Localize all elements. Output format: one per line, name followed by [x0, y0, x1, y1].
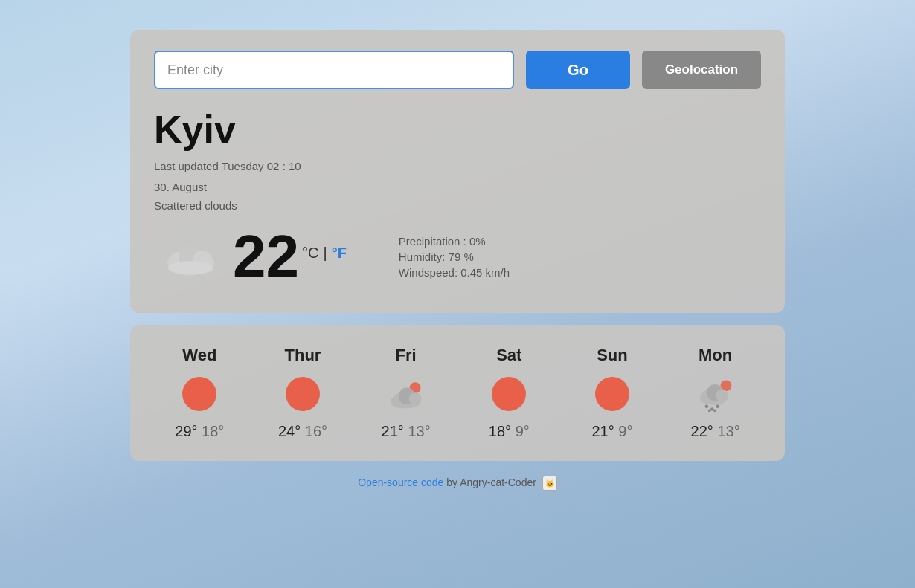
- forecast-high-sun: 21°: [591, 423, 614, 439]
- unit-fahrenheit[interactable]: °F: [332, 245, 347, 262]
- forecast-low-wed: 18°: [202, 423, 224, 439]
- forecast-low-mon: 13°: [717, 423, 739, 439]
- forecast-icon-sun: [592, 374, 632, 414]
- forecast-day-thur: Thur 24° 16°: [262, 346, 344, 440]
- forecast-day-sun: Sun 21° 9°: [571, 346, 653, 440]
- forecast-day-name-sun: Sun: [597, 346, 628, 365]
- forecast-high-mon: 22°: [691, 423, 713, 439]
- forecast-icon-sat: [489, 374, 529, 414]
- temperature-display: 22: [233, 227, 299, 286]
- forecast-card: Wed 29° 18° Thur 24° 16° Fri: [130, 325, 785, 461]
- forecast-day-mon: Mon: [675, 346, 757, 440]
- cloud-rain-svg-mon: [696, 375, 736, 413]
- unit-separator: |: [323, 245, 327, 262]
- forecast-day-sat: Sat 18° 9°: [468, 346, 550, 440]
- forecast-day-name-wed: Wed: [182, 346, 216, 365]
- svg-point-16: [710, 407, 714, 411]
- cloud-sun-svg-fri: [386, 377, 426, 411]
- sun-icon-sat: [492, 377, 526, 411]
- sun-icon-wed: [182, 377, 216, 411]
- search-row: Go Geolocation: [154, 51, 761, 89]
- forecast-day-name-sat: Sat: [496, 346, 521, 365]
- humidity-detail: Humidity: 79 %: [399, 251, 510, 263]
- precipitation-detail: Precipitation : 0%: [399, 235, 510, 248]
- footer: Open-source code by Angry-cat-Coder 🐱: [358, 476, 557, 491]
- svg-point-18: [707, 409, 710, 412]
- svg-point-17: [716, 404, 719, 408]
- weather-details: Precipitation : 0% Humidity: 79 % Windsp…: [399, 235, 510, 279]
- forecast-temps-sat: 18° 9°: [489, 423, 530, 440]
- unit-celsius[interactable]: °C: [302, 245, 318, 262]
- open-source-link[interactable]: Open-source code: [358, 476, 443, 488]
- last-updated: Last updated Tuesday 02 : 10: [154, 158, 761, 175]
- page-wrapper: Go Geolocation Kyiv Last updated Tuesday…: [0, 0, 915, 491]
- geolocation-button[interactable]: Geolocation: [642, 51, 761, 89]
- forecast-temps-fri: 21° 13°: [382, 423, 431, 440]
- forecast-temps-mon: 22° 13°: [691, 423, 740, 440]
- svg-point-9: [408, 392, 421, 405]
- forecast-day-name-thur: Thur: [285, 346, 321, 365]
- forecast-icon-wed: [179, 374, 219, 414]
- forecast-low-sat: 9°: [516, 423, 530, 439]
- go-button[interactable]: Go: [526, 51, 630, 89]
- date-display: 30. August: [154, 178, 761, 196]
- forecast-high-sat: 18°: [489, 423, 511, 439]
- forecast-low-fri: 13°: [408, 423, 430, 439]
- sun-icon-thur: [286, 377, 320, 411]
- forecast-temps-wed: 29° 18°: [175, 423, 224, 440]
- forecast-icon-fri: [386, 374, 426, 414]
- footer-suffix: by Angry-cat-Coder: [443, 476, 536, 488]
- weather-condition: Scattered clouds: [154, 199, 761, 212]
- weather-icon: [154, 230, 221, 282]
- forecast-day-name-fri: Fri: [396, 346, 417, 365]
- forecast-day-fri: Fri 21° 13°: [365, 346, 447, 440]
- svg-point-14: [716, 389, 728, 401]
- city-name: Kyiv: [154, 107, 761, 152]
- windspeed-detail: Windspeed: 0.45 km/h: [399, 266, 510, 279]
- forecast-day-wed: Wed 29° 18°: [158, 346, 240, 440]
- forecast-icon-thur: [283, 374, 323, 414]
- unit-toggle: °C | °F: [302, 245, 347, 262]
- forecast-low-thur: 16°: [305, 423, 327, 439]
- main-weather-card: Go Geolocation Kyiv Last updated Tuesday…: [130, 30, 785, 313]
- svg-point-15: [704, 404, 708, 408]
- forecast-high-fri: 21°: [382, 423, 404, 439]
- current-weather-row: 22 °C | °F Precipitation : 0% Humidity: …: [154, 227, 761, 286]
- forecast-temps-sun: 21° 9°: [591, 423, 632, 440]
- forecast-day-name-mon: Mon: [699, 346, 732, 365]
- cloud-svg: [154, 230, 221, 282]
- svg-point-4: [168, 261, 214, 274]
- github-icon: 🐱: [542, 476, 557, 491]
- sun-icon-sun: [595, 377, 629, 411]
- forecast-high-wed: 29°: [175, 423, 197, 439]
- forecast-icon-mon: [696, 374, 736, 414]
- svg-point-19: [713, 409, 716, 412]
- forecast-temps-thur: 24° 16°: [278, 423, 327, 440]
- city-input[interactable]: [154, 51, 514, 89]
- forecast-low-sun: 9°: [618, 423, 632, 439]
- forecast-high-thur: 24°: [278, 423, 301, 439]
